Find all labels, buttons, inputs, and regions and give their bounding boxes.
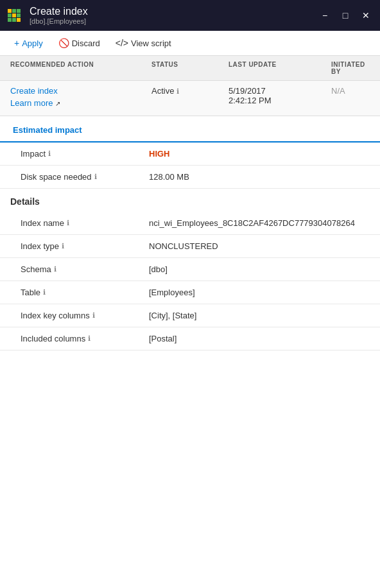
last-update-time: 2:42:12 PM (229, 96, 331, 105)
apply-label: Apply (22, 39, 43, 48)
detail-row: Table ℹ [Employees] (0, 281, 380, 304)
title-bar: Create index [dbo].[Employees] − □ ✕ (0, 0, 380, 31)
disk-label: Disk space needed ℹ (21, 172, 149, 182)
title-bar-left: Create index [dbo].[Employees] (5, 6, 88, 25)
close-button[interactable]: ✕ (357, 6, 375, 24)
detail-value-1: NONCLUSTERED (149, 241, 359, 251)
create-index-link[interactable]: Create index (10, 86, 58, 96)
detail-value-0: nci_wi_Employees_8C18C2AF4267DC777930407… (149, 218, 359, 228)
detail-info-icon-4[interactable]: ℹ (92, 311, 95, 320)
detail-info-icon-2[interactable]: ℹ (54, 265, 56, 273)
detail-label-3: Table ℹ (21, 288, 149, 297)
maximize-button[interactable]: □ (336, 6, 354, 24)
window-subtitle: [dbo].[Employees] (30, 17, 88, 25)
last-update-date: 5/19/2017 (229, 86, 331, 96)
toolbar: + Apply 🚫 Discard </> View script (0, 31, 380, 56)
info-header: RECOMMENDED ACTION STATUS LAST UPDATE IN… (0, 56, 380, 81)
disk-value: 128.00 MB (149, 172, 359, 182)
title-text-group: Create index [dbo].[Employees] (30, 6, 88, 25)
tab-estimated-impact[interactable]: Estimated impact (10, 119, 85, 143)
detail-row: Index type ℹ NONCLUSTERED (0, 235, 380, 258)
view-script-button[interactable]: </> View script (109, 35, 178, 51)
apply-button[interactable]: + Apply (8, 35, 49, 51)
impact-label: Impact ℹ (21, 149, 149, 159)
detail-label-0: Index name ℹ (21, 218, 149, 228)
detail-value-4: [City], [State] (149, 311, 359, 320)
header-last-update: LAST UPDATE (229, 61, 331, 75)
header-status: STATUS (151, 61, 229, 75)
code-icon: </> (116, 38, 128, 48)
view-script-label: View script (131, 39, 171, 48)
initiated-by-cell: N/A (331, 86, 370, 108)
external-link-icon: ↗ (55, 100, 60, 107)
detail-label-1: Index type ℹ (21, 241, 149, 251)
detail-label-2: Schema ℹ (21, 264, 149, 274)
impact-row: Impact ℹ HIGH (0, 143, 380, 166)
header-initiated-by: INITIATED BY (331, 61, 370, 75)
discard-icon: 🚫 (58, 38, 69, 48)
disk-row: Disk space needed ℹ 128.00 MB (0, 166, 380, 189)
recommended-action-cell: Create index Learn more ↗ (10, 86, 151, 108)
header-recommended-action: RECOMMENDED ACTION (10, 61, 151, 75)
window-title: Create index (30, 6, 88, 17)
detail-info-icon-5[interactable]: ℹ (88, 334, 91, 343)
detail-info-icon-1[interactable]: ℹ (62, 242, 64, 250)
detail-row: Index name ℹ nci_wi_Employees_8C18C2AF42… (0, 212, 380, 235)
impact-value: HIGH (149, 149, 359, 159)
detail-label-5: Included columns ℹ (21, 334, 149, 343)
detail-label-4: Index key columns ℹ (21, 311, 149, 320)
detail-info-icon-0[interactable]: ℹ (67, 219, 69, 227)
detail-value-2: [dbo] (149, 264, 359, 274)
apply-icon: + (14, 38, 19, 48)
detail-row: Schema ℹ [dbo] (0, 258, 380, 281)
info-row: Create index Learn more ↗ Active ℹ 5/19/… (0, 81, 380, 116)
details-section-header: Details (0, 189, 380, 212)
detail-value-5: [Postal] (149, 334, 359, 343)
discard-label: Discard (72, 39, 100, 48)
window-controls: − □ ✕ (316, 6, 375, 24)
detail-info-icon-3[interactable]: ℹ (43, 288, 46, 297)
status-cell: Active ℹ (151, 86, 229, 108)
discard-button[interactable]: 🚫 Discard (52, 35, 107, 51)
learn-more-link[interactable]: Learn more (10, 98, 53, 108)
details-rows: Index name ℹ nci_wi_Employees_8C18C2AF42… (0, 212, 380, 350)
detail-row: Included columns ℹ [Postal] (0, 327, 380, 350)
minimize-button[interactable]: − (316, 6, 334, 24)
app-icon (5, 6, 23, 24)
status-info-icon[interactable]: ℹ (177, 87, 179, 95)
detail-row: Index key columns ℹ [City], [State] (0, 304, 380, 327)
detail-value-3: [Employees] (149, 288, 359, 297)
status-value: Active (151, 86, 174, 96)
last-update-cell: 5/19/2017 2:42:12 PM (229, 86, 331, 108)
disk-info-icon[interactable]: ℹ (94, 173, 97, 181)
impact-info-icon[interactable]: ℹ (48, 150, 51, 158)
tab-section: Estimated impact (0, 119, 380, 143)
